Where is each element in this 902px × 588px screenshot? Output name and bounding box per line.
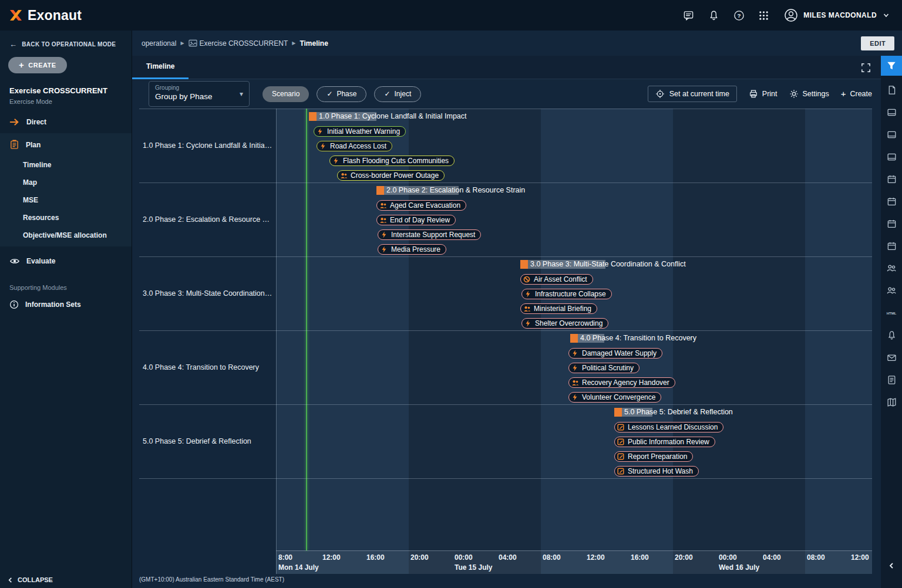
- breadcrumb-item[interactable]: Exercise CROSSCURRENT: [200, 39, 288, 48]
- breadcrumb-item[interactable]: operational: [142, 39, 176, 48]
- sidebar-item-information-sets[interactable]: Information Sets: [0, 293, 132, 316]
- calendar-icon[interactable]: [885, 218, 898, 229]
- time-axis: 8:0012:0016:0020:0000:0004:0008:0012:001…: [276, 550, 872, 574]
- svg-text:HTML: HTML: [887, 312, 897, 315]
- edit-button[interactable]: EDIT: [861, 36, 894, 50]
- map-icon[interactable]: [885, 396, 898, 408]
- inject-pill[interactable]: Recovery Agency Handover: [568, 377, 675, 388]
- card-icon[interactable]: [885, 129, 898, 140]
- check-icon: ✓: [327, 90, 332, 98]
- inject-pill[interactable]: Lessons Learned Discussion: [614, 422, 723, 432]
- inject-pill[interactable]: Road Access Lost: [317, 141, 392, 151]
- note-icon[interactable]: [885, 374, 898, 386]
- card-icon[interactable]: [885, 151, 898, 163]
- inject-pill[interactable]: Political Scrutiny: [568, 363, 640, 373]
- inject-pill[interactable]: Aged Care Evacuation: [376, 200, 466, 211]
- rail-collapse-icon[interactable]: [888, 562, 895, 569]
- sidebar-item-direct[interactable]: Direct: [0, 111, 132, 133]
- create-button[interactable]: + CREATE: [8, 57, 67, 73]
- inject-pill[interactable]: Structured Hot Wash: [614, 466, 699, 477]
- inject-pill[interactable]: End of Day Review: [376, 215, 456, 225]
- filter-icon[interactable]: [881, 56, 902, 76]
- date-label: Mon 14 July: [278, 563, 319, 572]
- exercise-subtitle: Exercise Mode: [9, 98, 122, 105]
- plan-subnav: TimelineMapMSEResourcesObjective/MSE all…: [0, 156, 132, 244]
- inject-label: Volunteer Convergence: [582, 393, 655, 401]
- tick-label: 12:00: [322, 553, 341, 562]
- print-label: Print: [762, 90, 778, 98]
- current-time-line[interactable]: [306, 109, 307, 550]
- sidebar-item-evaluate[interactable]: Evaluate: [0, 250, 132, 272]
- inject-label: End of Day Review: [390, 216, 450, 224]
- print-button[interactable]: Print: [749, 89, 778, 99]
- sidebar-item-plan[interactable]: Plan: [0, 133, 132, 156]
- breadcrumb-item[interactable]: Timeline: [299, 39, 328, 48]
- timeline-toolbar: Grouping Group by Phase ▾ Scenario ✓ Pha…: [132, 79, 881, 109]
- help-icon[interactable]: ?: [733, 10, 745, 21]
- user-menu[interactable]: MILES MACDONALD: [784, 8, 890, 22]
- printer-icon: [749, 89, 758, 99]
- inject-pill[interactable]: Report Preparation: [614, 451, 693, 462]
- chat-icon[interactable]: [683, 10, 694, 21]
- inject-label: Ministerial Briefing: [534, 305, 591, 313]
- fullscreen-icon[interactable]: [860, 62, 871, 73]
- phase-title: 1.0 Phase 1: Cyclone Landfall & Initial …: [319, 112, 467, 121]
- back-to-operational-mode[interactable]: ← BACK TO OPERATIONAL MODE: [0, 31, 132, 51]
- inject-label: Recovery Agency Handover: [582, 379, 669, 387]
- inject-label: Shelter Overcrowding: [535, 319, 603, 327]
- inject-pill[interactable]: Media Pressure: [378, 244, 446, 255]
- bell-icon[interactable]: [885, 329, 898, 341]
- sidebar-item-resources[interactable]: Resources: [0, 209, 132, 227]
- chevron-down-icon: [882, 11, 890, 19]
- evaluate-label: Evaluate: [26, 257, 55, 265]
- inject-pill[interactable]: Flash Flooding Cuts Communities: [329, 156, 455, 166]
- set-at-current-time-button[interactable]: Set at current time: [648, 86, 737, 102]
- calendar-icon[interactable]: [885, 195, 898, 207]
- sidebar-item-map[interactable]: Map: [0, 174, 132, 191]
- people-icon[interactable]: [885, 262, 898, 274]
- calendar-icon[interactable]: [885, 173, 898, 185]
- phase-title: 4.0 Phase 4: Transition to Recovery: [580, 334, 696, 343]
- collapse-sidebar-button[interactable]: COLLAPSE: [7, 576, 53, 583]
- settings-button[interactable]: Settings: [789, 89, 829, 99]
- inject-pill[interactable]: Volunteer Convergence: [568, 392, 661, 403]
- tick-label: 12:00: [851, 553, 869, 562]
- bolt-icon: [571, 364, 579, 371]
- people-icon[interactable]: [885, 285, 898, 296]
- document-icon[interactable]: [885, 84, 898, 96]
- inject-label: Aged Care Evacuation: [390, 201, 460, 209]
- inject-pill[interactable]: Cross-border Power Outage: [337, 170, 445, 181]
- filter-inject[interactable]: ✓ Inject: [374, 86, 421, 102]
- tab-timeline[interactable]: Timeline: [132, 56, 189, 79]
- inject-pill[interactable]: Shelter Overcrowding: [521, 318, 608, 329]
- sidebar-item-objective-mse-allocation[interactable]: Objective/MSE allocation: [0, 227, 132, 244]
- inject-pill[interactable]: Interstate Support Request: [378, 229, 481, 240]
- tick-label: 00:00: [719, 553, 737, 562]
- grouping-dropdown[interactable]: Grouping Group by Phase ▾: [149, 81, 250, 107]
- time-column: [717, 109, 761, 574]
- phase-row-label: 5.0 Phase 5: Debrief & Reflection: [139, 404, 274, 478]
- calendar-icon[interactable]: [885, 240, 898, 252]
- inject-pill[interactable]: Infrastructure Collapse: [521, 289, 612, 299]
- filter-scenario[interactable]: Scenario: [262, 86, 309, 102]
- apps-grid-icon[interactable]: [759, 11, 769, 21]
- app-logo[interactable]: Exonaut: [8, 8, 82, 23]
- inject-pill[interactable]: Initial Weather Warning: [314, 126, 406, 137]
- tick-label: 08:00: [807, 553, 825, 562]
- notifications-icon[interactable]: [708, 10, 719, 21]
- inject-pill[interactable]: Ministerial Briefing: [520, 303, 597, 314]
- mail-icon[interactable]: [885, 352, 898, 363]
- card-icon[interactable]: [885, 106, 898, 118]
- exercise-header: Exercise CROSSCURRENT Exercise Mode: [0, 77, 132, 111]
- inject-pill[interactable]: Public Information Review: [614, 437, 715, 447]
- sidebar-item-mse[interactable]: MSE: [0, 191, 132, 209]
- sidebar-item-timeline[interactable]: Timeline: [0, 156, 132, 174]
- create-timeline-item-button[interactable]: + Create: [841, 90, 872, 98]
- inject-label: Media Pressure: [391, 245, 440, 254]
- filter-phase[interactable]: ✓ Phase: [317, 86, 366, 102]
- rail-icons-container: HTML: [881, 56, 902, 418]
- inject-pill[interactable]: Air Asset Conflict: [520, 274, 593, 285]
- information-sets-label: Information Sets: [25, 300, 81, 309]
- inject-pill[interactable]: Damaged Water Supply: [568, 348, 662, 359]
- html-icon[interactable]: HTML: [885, 307, 898, 319]
